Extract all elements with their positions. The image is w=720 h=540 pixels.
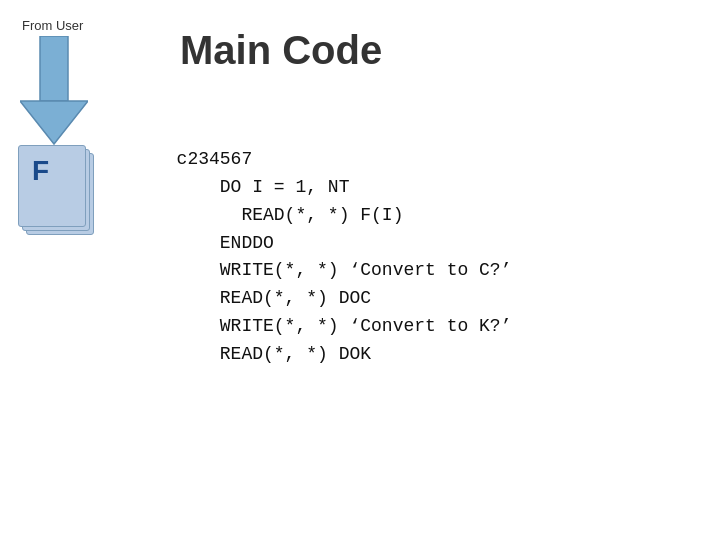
from-user-label: From User (22, 18, 83, 33)
code-line-1: c234567 (177, 149, 253, 169)
code-block: c234567 DO I = 1, NT READ(*, *) F(I) END… (155, 118, 511, 369)
code-line-7: WRITE(*, *) ‘Convert to K?’ (155, 316, 511, 336)
file-card-front (18, 145, 86, 227)
file-label: F (32, 155, 49, 187)
code-line-4: ENDDO (155, 233, 274, 253)
svg-marker-1 (20, 101, 88, 144)
code-line-8: READ(*, *) DOK (155, 344, 371, 364)
svg-rect-0 (40, 36, 68, 101)
code-line-3: READ(*, *) F(I) (155, 205, 403, 225)
code-line-6: READ(*, *) DOC (155, 288, 371, 308)
code-line-2: DO I = 1, NT (155, 177, 349, 197)
code-line-5: WRITE(*, *) ‘Convert to C?’ (155, 260, 511, 280)
down-arrow-icon (20, 36, 88, 146)
main-code-title: Main Code (180, 28, 382, 73)
